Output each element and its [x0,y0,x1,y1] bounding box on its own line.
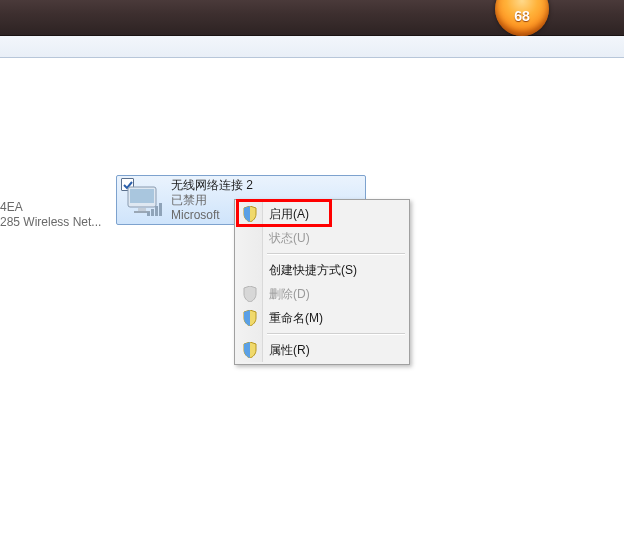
badge-count: 68 [514,8,530,24]
toolbar [0,36,624,58]
shield-icon [242,342,258,358]
partial-adapter-text: 4EA 285 Wireless Net... [0,200,101,230]
content-area: 4EA 285 Wireless Net... 无线网络连接 2 [0,58,624,536]
svg-rect-5 [151,209,154,216]
svg-rect-7 [159,203,162,216]
context-menu: 启用(A) 状态(U) 创建快捷方式(S) 删除(D) 重命名(M) 属性 [234,199,410,365]
menu-enable[interactable]: 启用(A) [237,202,407,226]
partial-line1: 4EA [0,200,101,215]
menu-status: 状态(U) [237,226,407,250]
menu-delete: 删除(D) [237,282,407,306]
adapter-icon [121,178,165,222]
menu-enable-label: 启用(A) [269,206,309,223]
menu-separator [267,253,405,255]
partial-line2: 285 Wireless Net... [0,215,101,230]
menu-shortcut-label: 创建快捷方式(S) [269,262,357,279]
menu-properties-label: 属性(R) [269,342,310,359]
svg-rect-2 [138,208,146,211]
monitor-icon [127,184,165,220]
adapter-title: 无线网络连接 2 [171,178,253,193]
notification-badge[interactable]: 68 [495,0,549,36]
menu-separator [267,333,405,335]
menu-rename-label: 重命名(M) [269,310,323,327]
svg-rect-4 [147,212,150,216]
menu-rename[interactable]: 重命名(M) [237,306,407,330]
menu-properties[interactable]: 属性(R) [237,338,407,362]
menu-create-shortcut[interactable]: 创建快捷方式(S) [237,258,407,282]
svg-rect-6 [155,206,158,216]
svg-rect-1 [130,189,154,203]
shield-icon [242,206,258,222]
window-titlebar: 68 [0,0,624,36]
menu-delete-label: 删除(D) [269,286,310,303]
menu-status-label: 状态(U) [269,230,310,247]
shield-icon [242,286,258,302]
shield-icon [242,310,258,326]
